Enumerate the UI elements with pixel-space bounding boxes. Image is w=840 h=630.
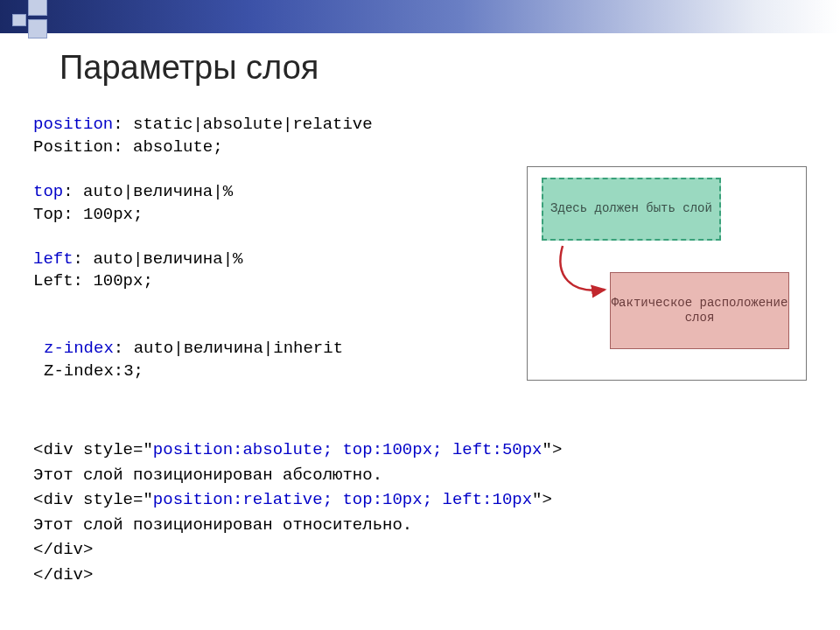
syntax-text: : auto|величина|%: [63, 182, 233, 201]
example-line: Position: absolute;: [33, 136, 373, 159]
code-style: position:relative; top:10px; left:10px: [153, 490, 532, 509]
keyword-left: left: [33, 249, 74, 269]
code-example-block: <div style="position:absolute; top:100px…: [33, 438, 562, 587]
square-icon: [28, 0, 47, 16]
example-line: Top: 100px;: [33, 204, 373, 227]
code-style: position:absolute; top:100px; left:50px: [153, 440, 542, 459]
keyword-top: top: [33, 182, 63, 201]
position-illustration: Здесь должен быть слой Фактическое распо…: [527, 166, 807, 381]
code-text: </div>: [33, 537, 562, 563]
code-text: ">: [532, 490, 552, 509]
code-text: <div style=": [33, 490, 153, 509]
keyword-position: position: [33, 115, 113, 134]
css-syntax-block: position: static|absolute|relative Posit…: [33, 114, 373, 383]
box-label: Здесь должен быть слой: [550, 201, 712, 217]
syntax-text: : auto|величина|inherit: [114, 339, 343, 358]
code-text: </div>: [33, 563, 562, 588]
example-line: Z-index:3;: [33, 360, 373, 383]
keyword-zindex: z-index: [44, 339, 114, 358]
square-icon: [12, 14, 26, 26]
syntax-text: : auto|величина|%: [74, 249, 243, 269]
code-text: Этот слой позиционирован абсолютно.: [33, 463, 562, 488]
actual-layer-box: Фактическое расположение слоя: [610, 272, 789, 349]
code-text: ">: [542, 440, 563, 459]
syntax-text: : static|absolute|relative: [113, 115, 372, 134]
slide-header-bar: [0, 0, 840, 33]
slide-title: Параметры слоя: [60, 49, 318, 87]
box-label: Фактическое расположение слоя: [611, 296, 788, 326]
square-icon: [28, 19, 47, 38]
code-text: Этот слой позиционирован относительно.: [33, 513, 562, 538]
code-text: <div style=": [33, 440, 153, 459]
example-line: Left: 100px;: [33, 270, 373, 293]
